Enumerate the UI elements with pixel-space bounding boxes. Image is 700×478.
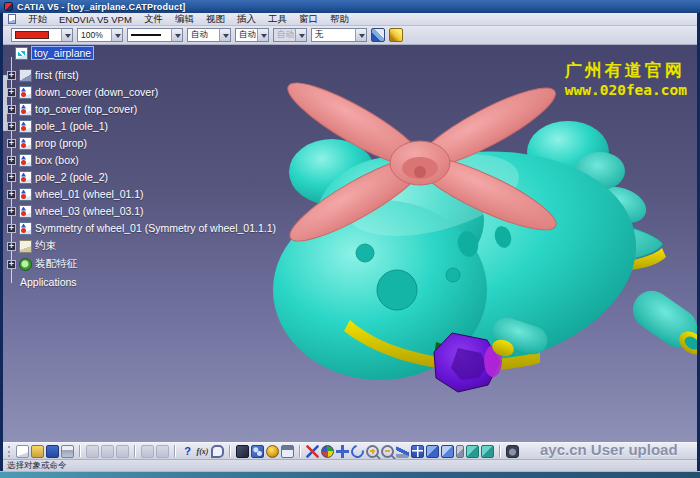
tree-item-label[interactable]: Symmetry of wheel_01 (Symmetry of wheel_… <box>35 222 276 234</box>
expand-icon[interactable]: + <box>7 173 16 182</box>
multi-view-icon[interactable] <box>411 445 424 458</box>
chat-icon[interactable] <box>211 445 224 458</box>
expand-icon[interactable]: + <box>7 105 16 114</box>
open-icon[interactable] <box>31 445 44 458</box>
shading-edges-icon[interactable] <box>481 445 494 458</box>
window-icon[interactable] <box>281 445 294 458</box>
tree-item-pole_1[interactable]: + pole_1 (pole_1) <box>7 118 108 134</box>
tree-item-label[interactable]: prop (prop) <box>35 137 87 149</box>
rotate-icon[interactable] <box>348 442 366 460</box>
menu-view[interactable]: 视图 <box>206 13 225 26</box>
expand-icon[interactable]: + <box>7 260 16 269</box>
expand-icon[interactable]: + <box>7 139 16 148</box>
expand-icon[interactable]: + <box>7 242 16 251</box>
chevron-down-icon[interactable] <box>61 29 72 41</box>
menu-edit[interactable]: 编辑 <box>175 13 194 26</box>
expand-icon[interactable]: + <box>7 224 16 233</box>
tree-item-label[interactable]: first (first) <box>35 69 79 81</box>
tree-item-first[interactable]: + first (first) <box>7 67 79 83</box>
named-view-icon[interactable] <box>441 445 454 458</box>
document-icon[interactable] <box>8 14 16 24</box>
menu-window[interactable]: 窗口 <box>299 13 318 26</box>
normal-view-icon[interactable] <box>396 445 409 458</box>
quick-view-icon[interactable] <box>456 445 464 458</box>
pan-icon[interactable] <box>336 445 349 458</box>
tree-item-label[interactable]: wheel_03 (wheel_03.1) <box>35 205 144 217</box>
tree-item-label[interactable]: wheel_01 (wheel_01.1) <box>35 188 144 200</box>
tree-item-label[interactable]: pole_1 (pole_1) <box>35 120 108 132</box>
tree-item-top_cover[interactable]: + top_cover (top_cover) <box>7 101 137 117</box>
menu-tools[interactable]: 工具 <box>268 13 287 26</box>
menu-help[interactable]: 帮助 <box>330 13 349 26</box>
thickness-dropdown[interactable]: 自动 <box>187 28 231 42</box>
tree-item-label[interactable]: pole_2 (pole_2) <box>35 171 108 183</box>
formula-icon[interactable]: f(x) <box>196 445 209 458</box>
menu-start[interactable]: 开始 <box>28 13 47 26</box>
menu-insert[interactable]: 插入 <box>237 13 256 26</box>
cut-icon[interactable] <box>86 445 99 458</box>
expand-icon[interactable]: + <box>7 71 16 80</box>
chevron-down-icon[interactable] <box>219 29 230 41</box>
expand-icon[interactable]: + <box>7 88 16 97</box>
expand-icon[interactable]: + <box>7 156 16 165</box>
tree-item-box[interactable]: + box (box) <box>7 152 79 168</box>
3d-viewport[interactable]: toy_airplane + first (first) + down_cove… <box>3 45 697 442</box>
chevron-down-icon[interactable] <box>355 29 366 41</box>
tree-item-pole_2[interactable]: + pole_2 (pole_2) <box>7 169 108 185</box>
tree-item-label[interactable]: down_cover (down_cover) <box>35 86 158 98</box>
tree-item-constraints[interactable]: + 约束 <box>7 238 56 254</box>
menu-file[interactable]: 文件 <box>144 13 163 26</box>
shading-icon[interactable] <box>466 445 479 458</box>
tree-item-label[interactable]: 装配特征 <box>35 257 77 271</box>
print-icon[interactable] <box>61 445 74 458</box>
iso-view-icon[interactable] <box>426 445 439 458</box>
expand-icon[interactable]: + <box>7 190 16 199</box>
render-capture-icon[interactable] <box>506 445 519 458</box>
tree-item-symmetry-wheel_01[interactable]: + Symmetry of wheel_01 (Symmetry of whee… <box>7 220 276 236</box>
swap-background-icon[interactable] <box>236 445 249 458</box>
chevron-down-icon[interactable] <box>257 29 268 41</box>
save-icon[interactable] <box>46 445 59 458</box>
tree-item-prop[interactable]: + prop (prop) <box>7 135 87 151</box>
link-icon[interactable] <box>251 445 264 458</box>
compass-icon[interactable] <box>321 445 334 458</box>
pointstyle-dropdown[interactable]: 自动 <box>235 28 269 42</box>
linetype-dropdown[interactable] <box>127 28 183 42</box>
painter-icon[interactable] <box>371 28 385 42</box>
layer-dropdown[interactable]: 无 <box>311 28 367 42</box>
help-icon[interactable]: ? <box>181 445 194 458</box>
expand-icon[interactable]: + <box>7 122 16 131</box>
chevron-down-icon <box>295 29 306 41</box>
toolbar-separator <box>499 445 501 457</box>
chevron-down-icon[interactable] <box>171 29 182 41</box>
tree-item-label[interactable]: 约束 <box>35 239 56 253</box>
tree-item-down_cover[interactable]: + down_cover (down_cover) <box>7 84 158 100</box>
tree-item-label[interactable]: top_cover (top_cover) <box>35 103 137 115</box>
color-dropdown[interactable] <box>11 28 73 42</box>
component-icon <box>19 69 32 82</box>
menu-enovia[interactable]: ENOVIA V5 VPM <box>59 14 132 25</box>
wizard-icon[interactable] <box>389 28 403 42</box>
undo-icon[interactable] <box>141 445 154 458</box>
redo-icon[interactable] <box>156 445 169 458</box>
tree-item-label[interactable]: box (box) <box>35 154 79 166</box>
tree-item-wheel_03[interactable]: + wheel_03 (wheel_03.1) <box>7 203 144 219</box>
expand-icon[interactable]: + <box>7 207 16 216</box>
tree-item-label[interactable]: toy_airplane <box>31 46 94 60</box>
tree-item-applications[interactable]: Applications <box>11 274 77 290</box>
tree-item-toy_airplane[interactable]: toy_airplane <box>15 45 94 61</box>
tree-item-assembly-features[interactable]: + 装配特征 <box>7 256 77 272</box>
copy-icon[interactable] <box>101 445 114 458</box>
zoom-in-icon[interactable] <box>366 445 379 458</box>
tree-item-wheel_01[interactable]: + wheel_01 (wheel_01.1) <box>7 186 144 202</box>
publish-icon[interactable] <box>266 445 279 458</box>
paste-icon[interactable] <box>116 445 129 458</box>
zoom-out-icon[interactable] <box>381 445 394 458</box>
opacity-dropdown[interactable]: 100% <box>77 28 123 42</box>
tree-item-label[interactable]: Applications <box>20 276 77 288</box>
toolbar-grip[interactable] <box>8 446 11 457</box>
new-document-icon[interactable] <box>16 445 29 458</box>
fly-mode-icon[interactable] <box>306 445 319 458</box>
site-watermark-line2: www.020fea.com <box>565 82 687 98</box>
chevron-down-icon[interactable] <box>111 29 122 41</box>
